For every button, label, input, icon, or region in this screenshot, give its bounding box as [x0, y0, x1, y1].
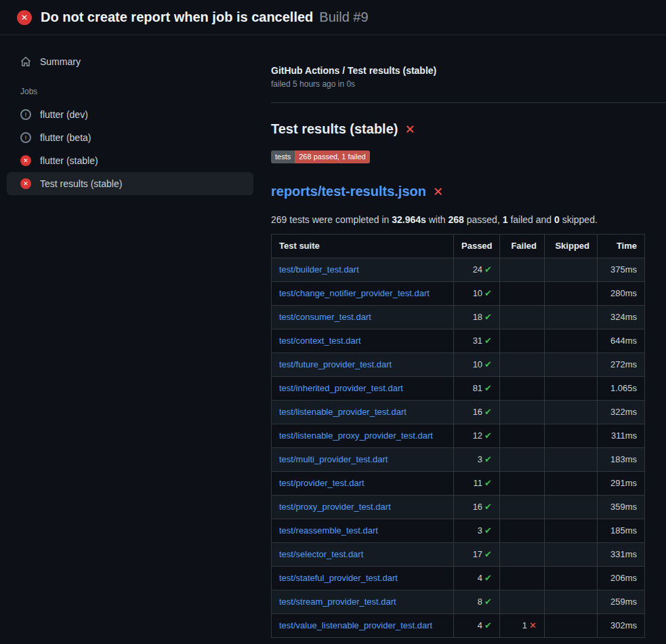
passed-count: 8 — [478, 597, 482, 607]
section-title: Test results (stable) — [271, 121, 398, 137]
time-value: 272ms — [598, 353, 645, 377]
check-icon: ✔ — [484, 597, 492, 607]
breadcrumb: GitHub Actions / Test results (stable) — [271, 65, 645, 76]
passed-count: 3 — [478, 525, 482, 536]
sidebar-item-flutter-stable[interactable]: ✕ flutter (stable) — [7, 149, 253, 172]
passed-count: 3 — [478, 454, 482, 464]
test-suite-link[interactable]: test/listenable_provider_test.dart — [279, 407, 407, 417]
check-icon: ✔ — [484, 288, 492, 298]
badge-value: 268 passed, 1 failed — [295, 150, 369, 163]
main-content: GitHub Actions / Test results (stable) f… — [260, 35, 666, 644]
time-value: 1.065s — [598, 377, 645, 401]
table-row: test/value_listenable_provider_test.dart… — [272, 614, 645, 638]
check-icon: ✔ — [484, 525, 492, 536]
summary-line: 269 tests were completed in 32.964s with… — [271, 214, 645, 225]
test-results-table: Test suite Passed Failed Skipped Time te… — [271, 234, 645, 638]
sidebar-item-flutter-dev[interactable]: ! flutter (dev) — [7, 103, 253, 126]
table-row: test/listenable_proxy_provider_test.dart… — [272, 424, 645, 448]
passed-count: 4 — [478, 620, 482, 630]
check-icon: ✔ — [484, 336, 492, 346]
test-suite-link[interactable]: test/stateful_provider_test.dart — [279, 573, 398, 583]
table-row: test/future_provider_test.dart 10✔ ✕ 272… — [272, 353, 645, 377]
test-suite-link[interactable]: test/builder_test.dart — [279, 264, 359, 275]
table-row: test/stateful_provider_test.dart 4✔ ✕ 20… — [272, 567, 645, 590]
divider — [271, 102, 666, 103]
test-suite-link[interactable]: test/change_notifier_provider_test.dart — [279, 288, 430, 298]
time-value: 324ms — [598, 306, 645, 329]
time-value: 302ms — [598, 614, 645, 638]
time-value: 206ms — [598, 567, 645, 590]
passed-count: 16 — [473, 502, 482, 512]
failed-status-icon: ✕ — [17, 10, 32, 25]
time-value: 644ms — [598, 329, 645, 353]
test-suite-link[interactable]: test/context_test.dart — [279, 336, 361, 346]
passed-count: 11 — [474, 478, 483, 488]
time-value: 291ms — [598, 472, 645, 496]
check-icon: ✔ — [484, 430, 492, 441]
table-row: test/change_notifier_provider_test.dart … — [272, 282, 645, 306]
check-run-header: ✕ Do not create report when job is cance… — [0, 0, 666, 35]
build-number: Build #9 — [319, 9, 368, 25]
passed-count: 4 — [478, 573, 482, 583]
passed-count: 24 — [473, 264, 482, 275]
time-value: 280ms — [598, 282, 645, 306]
test-suite-link[interactable]: test/stream_provider_test.dart — [279, 597, 396, 607]
check-icon: ✔ — [484, 383, 492, 393]
check-run-title: Do not create report when job is cancell… — [41, 9, 313, 25]
time-value: 331ms — [598, 543, 645, 567]
test-suite-link[interactable]: test/consumer_test.dart — [279, 312, 371, 322]
table-row: test/listenable_provider_test.dart 16✔ ✕… — [272, 401, 645, 424]
time-value: 359ms — [598, 496, 645, 519]
home-icon — [20, 56, 31, 67]
passed-count: 10 — [473, 359, 482, 369]
failed-status-icon: ✕ — [20, 155, 31, 166]
check-icon: ✔ — [484, 478, 492, 488]
table-row: test/selector_test.dart 17✔ ✕ 331ms — [272, 543, 645, 567]
test-suite-link[interactable]: test/selector_test.dart — [279, 549, 363, 559]
tests-badge: tests 268 passed, 1 failed — [271, 150, 370, 163]
sidebar-item-label: flutter (stable) — [40, 155, 98, 166]
test-suite-link[interactable]: test/future_provider_test.dart — [279, 359, 392, 369]
table-row: test/builder_test.dart 24✔ ✕ 375ms — [272, 258, 645, 282]
sidebar-item-label: flutter (dev) — [40, 109, 88, 120]
passed-count: 18 — [473, 312, 482, 322]
check-icon: ✔ — [484, 312, 492, 322]
sidebar-item-test-results-stable[interactable]: ✕ Test results (stable) — [7, 172, 253, 195]
table-row: test/provider_test.dart 11✔ ✕ 291ms — [272, 472, 645, 496]
sidebar-item-summary[interactable]: Summary — [7, 50, 253, 73]
time-value: 185ms — [598, 519, 645, 543]
table-row: test/proxy_provider_test.dart 16✔ ✕ 359m… — [272, 496, 645, 519]
jobs-section-label: Jobs — [7, 73, 253, 103]
passed-count: 12 — [473, 430, 482, 441]
test-suite-link[interactable]: test/multi_provider_test.dart — [279, 454, 388, 464]
column-header-failed: Failed — [500, 235, 545, 258]
time-value: 375ms — [598, 258, 645, 282]
table-row: test/context_test.dart 31✔ ✕ 644ms — [272, 329, 645, 353]
passed-count: 16 — [473, 407, 482, 417]
time-value: 322ms — [598, 401, 645, 424]
check-icon: ✔ — [484, 573, 492, 583]
table-row: test/inherited_provider_test.dart 81✔ ✕ … — [272, 377, 645, 401]
column-header-passed: Passed — [454, 235, 500, 258]
check-icon: ✔ — [484, 407, 492, 417]
test-suite-link[interactable]: test/proxy_provider_test.dart — [279, 502, 391, 512]
table-row: test/reassemble_test.dart 3✔ ✕ 185ms — [272, 519, 645, 543]
passed-count: 81 — [473, 383, 482, 393]
sidebar: Summary Jobs ! flutter (dev) ! flutter (… — [0, 35, 260, 202]
test-suite-link[interactable]: test/value_listenable_provider_test.dart — [279, 620, 432, 630]
passed-count: 31 — [473, 336, 482, 346]
failed-x-icon: ✕ — [404, 122, 415, 137]
column-header-test-suite: Test suite — [272, 235, 454, 258]
test-suite-link[interactable]: test/listenable_proxy_provider_test.dart — [279, 430, 433, 441]
test-suite-link[interactable]: test/provider_test.dart — [279, 478, 365, 488]
report-file-link[interactable]: reports/test-results.json — [271, 184, 426, 199]
time-value: 311ms — [598, 424, 645, 448]
sidebar-item-flutter-beta[interactable]: ! flutter (beta) — [7, 126, 253, 149]
test-suite-link[interactable]: test/inherited_provider_test.dart — [279, 383, 403, 393]
table-row: test/consumer_test.dart 18✔ ✕ 324ms — [272, 306, 645, 329]
badge-label: tests — [271, 150, 295, 163]
test-suite-link[interactable]: test/reassemble_test.dart — [279, 525, 378, 536]
check-icon: ✔ — [484, 264, 492, 275]
check-icon: ✔ — [484, 454, 492, 464]
failed-x-icon: ✕ — [433, 184, 443, 199]
